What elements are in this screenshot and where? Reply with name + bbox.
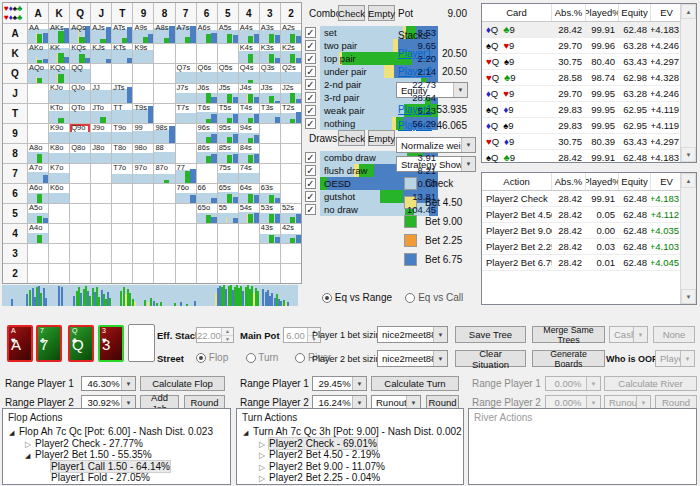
matrix-cell-empty[interactable] xyxy=(133,84,153,103)
turn-actions-tree[interactable]: Turn Actions◢Turn Ah 7c Qc 3h [Pot: 9.00… xyxy=(236,408,464,485)
matrix-cell-65s[interactable]: 65s xyxy=(218,184,238,203)
matrix-cell-42s[interactable]: 42s xyxy=(281,224,301,243)
matrix-row-header-A[interactable]: A xyxy=(3,24,27,43)
matrix-cell-empty[interactable] xyxy=(218,224,238,243)
p1-bet-sizing-dropdown[interactable]: nice2meet886▼ xyxy=(377,326,448,343)
clear-situation-button[interactable]: Clear Situation xyxy=(455,350,526,367)
matrix-cell-empty[interactable] xyxy=(218,44,238,63)
matrix-cell-empty[interactable] xyxy=(112,184,132,203)
matrix-cell-JTs[interactable]: JTs xyxy=(112,84,132,103)
matrix-col-header-8[interactable]: 8 xyxy=(154,3,174,23)
draw-checkbox[interactable]: ✓ xyxy=(305,204,316,215)
matrix-cell-empty[interactable] xyxy=(112,244,132,263)
radio-icon[interactable] xyxy=(295,353,305,363)
combo-checkbox[interactable]: ✓ xyxy=(305,105,316,116)
matrix-cell-AJs[interactable]: AJs xyxy=(91,24,111,43)
matrix-cell-empty[interactable] xyxy=(112,204,132,223)
column-header-Equity[interactable]: Equity xyxy=(619,173,651,190)
column-header-EV[interactable]: EV xyxy=(651,173,683,190)
matrix-cell-KTs[interactable]: KTs xyxy=(112,44,132,63)
combos-empty-button[interactable]: Empty xyxy=(368,5,395,21)
matrix-cell-empty[interactable] xyxy=(112,264,132,283)
matrix-cell-A9s[interactable]: A9s xyxy=(133,24,153,43)
radio-icon[interactable] xyxy=(246,353,256,363)
hand-matrix[interactable]: ♥♦♠♣♥♦♠♣AKQJT98765432AAAAKsAQsAJsATsA9sA… xyxy=(2,2,302,284)
merge-same-trees-button[interactable]: Merge Same Trees xyxy=(532,326,605,343)
matrix-cell-empty[interactable] xyxy=(28,244,48,263)
tree-item[interactable]: ◢Turn Ah 7c Qc 3h [Pot: 9.00] - Nash Dis… xyxy=(243,426,462,438)
matrix-cell-77[interactable]: 77 xyxy=(176,164,196,183)
matrix-row-header-T[interactable]: T xyxy=(3,104,27,123)
matrix-cell-J9o[interactable]: J9o xyxy=(91,124,111,143)
tree-item-label[interactable]: Flop Ah 7c Qc [Pot: 6.00] - Nash Dist. 0… xyxy=(19,426,213,437)
matrix-cell-empty[interactable] xyxy=(260,124,280,143)
column-header-Played[interactable]: Played% xyxy=(586,173,619,190)
tree-item[interactable]: ▷Player1 Raise to 6.00 - 3.43% xyxy=(41,484,184,485)
matrix-cell-T8o[interactable]: T8o xyxy=(112,144,132,163)
table-row[interactable]: ♠Q♥929.7099.9663.28+4.246 xyxy=(482,38,696,54)
matrix-cell-empty[interactable] xyxy=(133,224,153,243)
matrix-cell-JJ[interactable]: JJ xyxy=(91,84,111,103)
matrix-cell-empty[interactable] xyxy=(91,204,111,223)
matrix-cell-empty[interactable] xyxy=(239,264,259,283)
calculate-turn-button[interactable]: Calculate Turn xyxy=(371,376,459,391)
matrix-cell-AQo[interactable]: AQo xyxy=(28,64,48,83)
matrix-cell-empty[interactable] xyxy=(70,164,90,183)
tree-item-label[interactable]: Player1 Call 1.50 - 64.14% xyxy=(51,461,170,472)
table-row[interactable]: ♥Q♦930.7580.3963.43+4.297 xyxy=(482,134,696,150)
tree-item[interactable]: Player1 Call 1.50 - 64.14% xyxy=(41,461,170,473)
matrix-cell-43s[interactable]: 43s xyxy=(260,224,280,243)
flop-range-p1-dropdown[interactable]: 46.30%▼ xyxy=(81,376,136,391)
matrix-cell-empty[interactable] xyxy=(70,244,90,263)
matrix-cell-KK[interactable]: KK xyxy=(49,44,69,63)
matrix-cell-empty[interactable] xyxy=(28,124,48,143)
column-header-Equity[interactable]: Equity xyxy=(619,4,651,21)
draw-checkbox[interactable]: ✓ xyxy=(305,152,316,163)
matrix-cell-95s[interactable]: 95s xyxy=(218,124,238,143)
calculate-flop-button[interactable]: Calculate Flop xyxy=(140,376,225,391)
matrix-cell-empty[interactable] xyxy=(112,224,132,243)
table-row[interactable]: Player2 Check28.4299.9162.48+4.183 xyxy=(482,191,696,207)
matrix-cell-54s[interactable]: 54s xyxy=(239,204,259,223)
radio-icon[interactable] xyxy=(322,293,332,303)
matrix-cell-AQs[interactable]: AQs xyxy=(70,24,90,43)
card-combos-table[interactable]: CardAbs.%Played%EquityEV♦Q♣928.4299.9162… xyxy=(481,3,697,163)
matrix-cell-empty[interactable] xyxy=(154,264,174,283)
matrix-cell-T9o[interactable]: T9o xyxy=(112,124,132,143)
matrix-cell-JTo[interactable]: JTo xyxy=(91,104,111,123)
matrix-cell-J6s[interactable]: J6s xyxy=(197,84,217,103)
matrix-cell-A4s[interactable]: A4s xyxy=(239,24,259,43)
combo-checkbox[interactable]: ✓ xyxy=(305,53,316,64)
eff-stack-spinner[interactable]: 22.00▲▼ xyxy=(196,327,234,343)
matrix-cell-Q6s[interactable]: Q6s xyxy=(197,64,217,83)
matrix-cell-empty[interactable] xyxy=(28,264,48,283)
matrix-cell-A4o[interactable]: A4o xyxy=(28,224,48,243)
matrix-cell-J5s[interactable]: J5s xyxy=(218,84,238,103)
matrix-col-header-5[interactable]: 5 xyxy=(218,3,238,23)
table-row[interactable]: ♥Q♣928.5898.7462.98+4.328 xyxy=(482,70,696,86)
matrix-cell-T5s[interactable]: T5s xyxy=(218,104,238,123)
tree-item-label[interactable]: Player2 Bet 2.25 - 0.04% xyxy=(269,472,380,483)
matrix-cell-Q2s[interactable]: Q2s xyxy=(281,64,301,83)
matrix-cell-94s[interactable]: 94s xyxy=(239,124,259,143)
matrix-cell-empty[interactable] xyxy=(281,244,301,263)
matrix-cell-empty[interactable] xyxy=(239,244,259,263)
matrix-cell-empty[interactable] xyxy=(133,204,153,223)
matrix-row-header-6[interactable]: 6 xyxy=(3,184,27,203)
matrix-cell-empty[interactable] xyxy=(281,184,301,203)
matrix-cell-empty[interactable] xyxy=(281,144,301,163)
matrix-cell-empty[interactable] xyxy=(281,264,301,283)
matrix-cell-empty[interactable] xyxy=(154,84,174,103)
matrix-cell-empty[interactable] xyxy=(260,164,280,183)
tree-item[interactable]: ▷Player2 Bet 2.25 - 0.04% xyxy=(259,472,380,484)
matrix-cell-T2s[interactable]: T2s xyxy=(281,104,301,123)
matrix-cell-A7s[interactable]: A7s xyxy=(176,24,196,43)
matrix-cell-ATs[interactable]: ATs xyxy=(112,24,132,43)
matrix-cell-J3s[interactable]: J3s xyxy=(260,84,280,103)
matrix-cell-A6o[interactable]: A6o xyxy=(28,184,48,203)
matrix-cell-K4s[interactable]: K4s xyxy=(239,44,259,63)
matrix-col-header-2[interactable]: 2 xyxy=(281,3,301,23)
matrix-cell-empty[interactable] xyxy=(197,264,217,283)
matrix-cell-KQs[interactable]: KQs xyxy=(70,44,90,63)
matrix-cell-empty[interactable] xyxy=(260,144,280,163)
